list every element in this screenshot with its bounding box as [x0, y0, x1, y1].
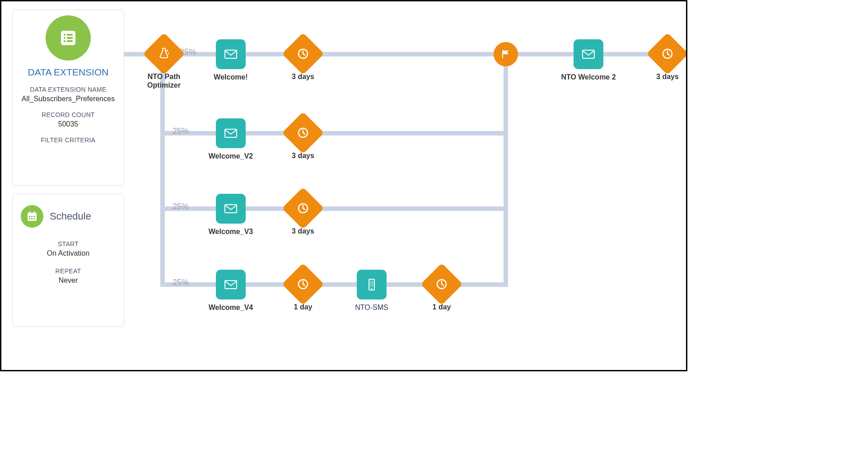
path2-percent: 25% — [173, 126, 189, 136]
email-welcome1-label: Welcome! — [204, 73, 258, 81]
flask-icon — [143, 33, 185, 75]
svg-rect-13 — [31, 218, 33, 220]
de-name-label: DATA EXTENSION NAME — [13, 86, 124, 93]
schedule-start-label: START — [21, 240, 116, 248]
schedule-card[interactable]: Schedule START On Activation REPEAT Neve… — [12, 194, 124, 327]
path-optimizer-node[interactable]: NTO Path Optimizer — [137, 39, 191, 89]
svg-rect-4 — [67, 34, 73, 36]
de-record-value: 50035 — [13, 120, 124, 128]
svg-rect-2 — [64, 37, 65, 39]
svg-rect-9 — [29, 216, 30, 217]
join-node[interactable] — [494, 42, 518, 66]
wait-tail-node[interactable]: 3 days — [640, 39, 687, 81]
journey-canvas-frame: DATA EXTENSION DATA EXTENSION NAME All_S… — [0, 0, 687, 371]
email-icon — [574, 39, 603, 69]
svg-rect-20 — [225, 50, 237, 58]
clock-icon — [282, 112, 324, 154]
svg-rect-6 — [67, 40, 73, 42]
calendar-icon — [21, 205, 43, 228]
email-welcome4-label: Welcome_V4 — [204, 303, 258, 312]
email-welcome3-node[interactable]: Welcome_V3 — [204, 194, 258, 236]
wait-r4a-label: 1 day — [276, 303, 330, 311]
svg-rect-29 — [370, 281, 373, 287]
clock-icon — [282, 33, 324, 75]
email-welcome2-node[interactable]: Welcome_V2 — [204, 118, 258, 160]
svg-rect-19 — [162, 48, 166, 49]
wait-r3-label: 3 days — [276, 227, 330, 235]
wait-node-r3[interactable]: 3 days — [276, 193, 330, 235]
wait-r1-label: 3 days — [276, 72, 330, 81]
schedule-repeat-label: REPEAT — [21, 267, 116, 275]
de-title: DATA EXTENSION — [13, 67, 124, 78]
svg-rect-5 — [67, 37, 73, 39]
wait-r4b-label: 1 day — [415, 303, 469, 311]
flag-icon — [494, 42, 518, 66]
svg-rect-12 — [29, 218, 30, 220]
email-icon — [216, 194, 246, 224]
svg-point-30 — [371, 288, 373, 290]
svg-rect-32 — [583, 50, 594, 58]
email-welcome3-label: Welcome_V3 — [204, 227, 258, 236]
svg-rect-24 — [225, 205, 237, 213]
clock-icon — [420, 263, 462, 305]
clock-icon — [646, 33, 687, 75]
path3-percent: 25% — [173, 202, 189, 211]
wait-node-r1[interactable]: 3 days — [276, 39, 330, 81]
svg-rect-11 — [33, 216, 35, 217]
svg-rect-22 — [225, 129, 237, 137]
email-welcome1-node[interactable]: Welcome! — [204, 39, 258, 81]
email-icon — [216, 270, 246, 300]
svg-point-17 — [166, 50, 168, 51]
connector — [504, 52, 508, 287]
svg-point-18 — [168, 53, 169, 54]
sms-node[interactable]: NTO-SMS — [345, 270, 399, 312]
email-nto2-label: NTO Welcome 2 — [555, 73, 622, 81]
wait-node-r2[interactable]: 3 days — [276, 118, 330, 160]
clock-icon — [282, 263, 324, 305]
wait-r2-label: 3 days — [276, 151, 330, 160]
entry-data-extension-card[interactable]: DATA EXTENSION DATA EXTENSION NAME All_S… — [12, 9, 124, 186]
email-nto2-node[interactable]: NTO Welcome 2 — [555, 39, 622, 81]
phone-icon — [357, 270, 387, 300]
email-icon — [216, 39, 246, 69]
svg-rect-1 — [64, 34, 65, 36]
path4-percent: 25% — [173, 278, 189, 287]
email-icon — [216, 118, 246, 148]
clock-icon — [282, 187, 324, 229]
data-extension-icon — [46, 15, 91, 61]
svg-rect-10 — [31, 216, 33, 217]
de-filter-label: FILTER CRITERIA — [13, 136, 124, 144]
wait-node-r4b[interactable]: 1 day — [415, 269, 469, 311]
wait-tail-label: 3 days — [640, 72, 687, 81]
svg-rect-16 — [33, 211, 35, 214]
email-welcome4-node[interactable]: Welcome_V4 — [204, 270, 258, 312]
path-optimizer-label: NTO Path Optimizer — [137, 72, 191, 89]
svg-rect-3 — [64, 40, 65, 42]
schedule-start-value: On Activation — [21, 249, 116, 257]
sms-label: NTO-SMS — [345, 303, 399, 312]
de-name-value: All_Subscribers_Preferences — [13, 95, 124, 103]
email-welcome2-label: Welcome_V2 — [204, 152, 258, 160]
svg-rect-15 — [29, 211, 31, 214]
svg-rect-8 — [28, 213, 37, 215]
wait-node-r4a[interactable]: 1 day — [276, 269, 330, 311]
svg-rect-26 — [225, 281, 237, 289]
svg-rect-14 — [33, 218, 35, 220]
de-record-label: RECORD COUNT — [13, 111, 124, 118]
schedule-repeat-value: Never — [21, 276, 116, 285]
schedule-title: Schedule — [50, 211, 91, 222]
